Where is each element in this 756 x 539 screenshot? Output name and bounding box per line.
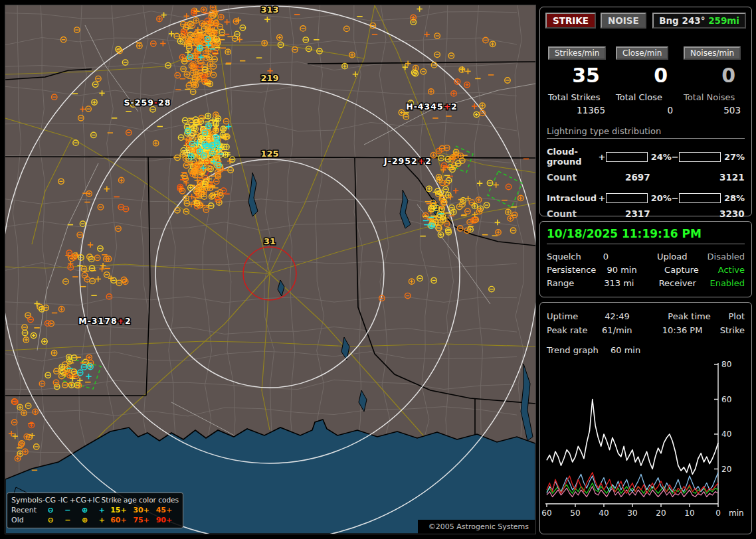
ic-negative-pct: 28% <box>724 193 745 203</box>
plot-label: Plot <box>728 311 745 321</box>
legend-row-label: Old <box>11 515 42 525</box>
minus-sign: − <box>672 193 679 203</box>
storm-cell-label: S-259-28 <box>124 98 171 108</box>
strike-age-code: 30+ <box>133 505 155 515</box>
svg-text:min: min <box>729 508 744 518</box>
close-stat-column: Close/min 0 Total Close 0 <box>612 46 680 116</box>
total-strikes-value: 11365 <box>548 102 608 116</box>
intracloud-row: Intracloud + 20% − 28% <box>547 193 745 203</box>
range-ring-label: 125 <box>260 149 278 159</box>
cloud-ground-label: Cloud-ground <box>547 147 599 167</box>
storm-cell-label: J-2952+2 <box>383 156 432 166</box>
peak-time-label: Peak time <box>668 311 728 321</box>
cg-positive-pct: 24% <box>651 152 672 162</box>
legend-row-old: Old⊖−⊕+60+75+90+ <box>11 515 179 525</box>
noise-toggle-button[interactable]: NOISE <box>601 13 646 29</box>
map-canvas[interactable]: 31125219313S-259-28H-4345+2J-2952+2M-317… <box>5 5 535 534</box>
legend-col-ic-neg: -IC <box>56 495 69 505</box>
close-per-min-chip: Close/min <box>616 46 668 60</box>
ic-positive-bar <box>606 193 648 203</box>
strike-age-code: 75+ <box>133 515 155 525</box>
peak-rate-value: 61/min <box>602 325 662 335</box>
trend-graph-row: Trend graph 60 min <box>547 337 745 355</box>
datetime-display: 10/18/2025 11:19:16 PM <box>540 222 751 244</box>
bearing-readout: Bng 243° 259mi <box>652 13 746 29</box>
peak-rate-row: Peak rate 61/min 10:36 PM Strike <box>547 323 745 337</box>
plot-mode-value: Strike <box>720 325 745 335</box>
legend-col-ic-pos: +IC <box>86 495 100 505</box>
plus-sign: + <box>599 193 606 203</box>
cloud-ground-count-row: Count 2697 3121 <box>547 172 745 183</box>
strikes-stat-column: Strikes/min 35 Total Strikes 11365 <box>544 46 612 116</box>
bearing-range-value: 259mi <box>708 15 739 26</box>
status-panel: 10/18/2025 11:19:16 PM Squelch 0 Upload … <box>539 221 752 297</box>
range-row: Range 313 mi Receiver Enabled <box>547 276 745 289</box>
storm-cell-label: M-3178+2 <box>78 316 132 326</box>
legend-symbol-ic-pos-icon: + <box>93 505 110 515</box>
app-window: 31125219313S-259-28H-4345+2J-2952+2M-317… <box>0 0 756 539</box>
svg-text:60: 60 <box>721 395 731 404</box>
legend-symbol-ic-pos-icon: + <box>93 515 110 525</box>
legend-symbol-cg-neg-icon: ⊖ <box>42 505 59 515</box>
range-value: 313 mi <box>604 278 658 288</box>
uptime-row: Uptime 42:49 Peak time Plot <box>547 309 745 323</box>
uptime-label: Uptime <box>547 311 605 321</box>
total-strikes-label: Total Strikes <box>548 88 608 102</box>
close-per-min-value: 0 <box>616 60 676 88</box>
strike-age-code: 15+ <box>110 505 133 515</box>
legend-symbol-cg-pos-icon: ⊕ <box>76 515 94 525</box>
svg-text:10: 10 <box>684 508 694 518</box>
legend-header-row: Symbols -CG -IC +CG +IC Strike age color… <box>11 495 179 505</box>
total-close-value: 0 <box>616 102 676 116</box>
svg-text:50: 50 <box>570 508 580 518</box>
ic-positive-pct: 20% <box>651 193 672 203</box>
legend-symbol-cg-pos-icon: ⊕ <box>76 505 94 515</box>
cg-positive-count: 2697 <box>625 172 719 183</box>
ic-negative-bar <box>679 193 721 203</box>
range-ring-label: 219 <box>260 73 278 83</box>
persistence-row: Persistence 90 min Capture Active <box>547 263 745 276</box>
cg-negative-bar <box>679 152 721 162</box>
svg-text:40: 40 <box>599 508 609 518</box>
svg-text:0: 0 <box>715 508 721 518</box>
capture-status: Active <box>718 265 745 275</box>
lightning-map[interactable]: 31125219313S-259-28H-4345+2J-2952+2M-317… <box>5 5 535 534</box>
legend-symbol-ic-neg-icon: − <box>59 505 76 515</box>
noises-per-min-value: 0 <box>684 60 743 88</box>
receiver-label: Receiver <box>659 278 710 288</box>
cg-count-label: Count <box>547 172 625 183</box>
storm-cell-label: H-4345+2 <box>406 102 458 112</box>
persistence-value: 90 min <box>607 265 665 275</box>
total-close-label: Total Close <box>616 88 676 102</box>
strike-age-code: 90+ <box>156 515 179 525</box>
distribution-title: Lightning type distribution <box>547 126 745 139</box>
strikes-per-min-value: 35 <box>548 60 608 88</box>
receiver-status: Enabled <box>709 278 745 288</box>
svg-text:30: 30 <box>627 508 637 518</box>
bearing-value: Bng 243° <box>659 15 705 26</box>
range-ring-label: 31 <box>264 236 276 246</box>
minus-sign: − <box>672 152 679 162</box>
total-noises-label: Total Noises <box>684 88 743 102</box>
strike-toggle-button[interactable]: STRIKE <box>545 13 596 29</box>
cg-negative-pct: 27% <box>724 152 745 162</box>
noises-per-min-chip: Noises/min <box>684 46 741 60</box>
peak-rate-label: Peak rate <box>547 325 602 335</box>
symbol-legend: Symbols -CG -IC +CG +IC Strike age color… <box>7 493 183 528</box>
persistence-label: Persistence <box>547 265 607 275</box>
ic-positive-count: 2317 <box>625 208 719 219</box>
strike-stats-panel: STRIKE NOISE Bng 243° 259mi Strikes/min … <box>539 7 752 216</box>
noises-stat-column: Noises/min 0 Total Noises 503 <box>680 46 747 116</box>
legend-symbol-cg-neg-icon: ⊖ <box>42 515 59 525</box>
svg-text:60: 60 <box>541 508 551 518</box>
svg-text:80: 80 <box>721 360 731 369</box>
legend-col-cg-pos: +CG <box>70 495 86 505</box>
peak-time-value: 10:36 PM <box>662 325 720 335</box>
cloud-ground-row: Cloud-ground + 24% − 27% <box>547 147 745 167</box>
trend-series-total-strikes <box>547 400 718 475</box>
capture-label: Capture <box>664 265 718 275</box>
trend-graph-label: Trend graph <box>547 345 611 355</box>
squelch-value: 0 <box>603 252 657 262</box>
uptime-value: 42:49 <box>605 311 668 321</box>
strike-age-code: 45+ <box>156 505 179 515</box>
